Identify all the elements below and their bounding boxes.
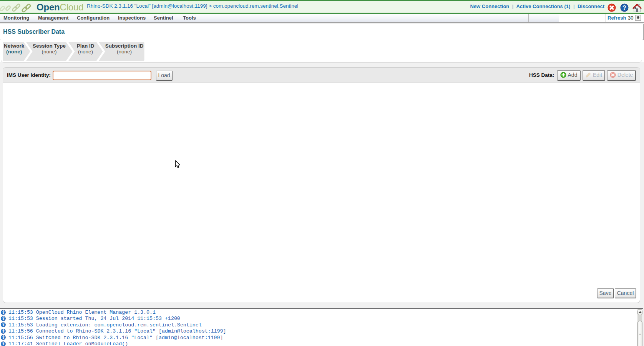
svg-text:?: ? xyxy=(622,5,626,11)
